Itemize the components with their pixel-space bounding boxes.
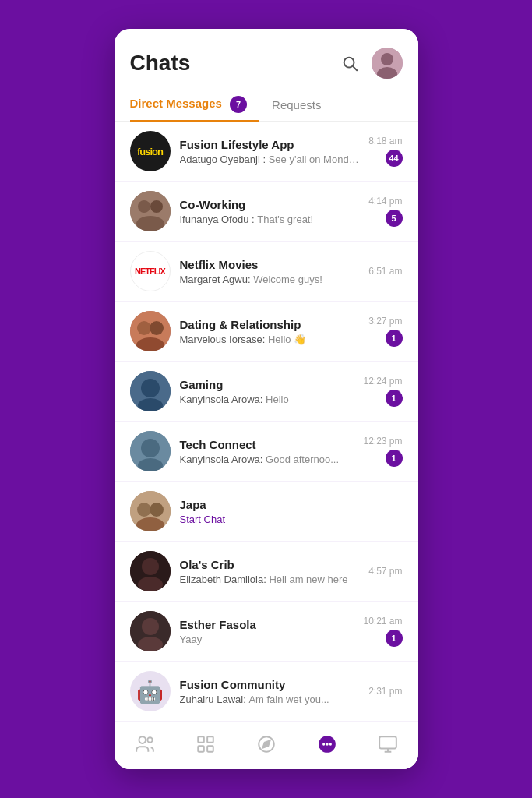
chat-preview: Ifunanya Ofodu : That's great! — [180, 214, 360, 225]
start-chat-link[interactable]: Start Chat — [180, 514, 226, 525]
chat-name: Esther Fasola — [180, 618, 354, 631]
chat-preview: Adatugo Oyebanji : See y'all on Monda... — [180, 154, 360, 165]
page-title: Chats — [130, 51, 191, 76]
chat-name: Dating & Relationship — [180, 318, 360, 331]
chat-meta: 12:24 pm 1 — [363, 376, 402, 407]
svg-point-27 — [142, 618, 159, 635]
svg-rect-34 — [207, 746, 213, 752]
chat-item[interactable]: Tech Connect Kanyinsola Arowa: Good afte… — [115, 422, 418, 482]
chat-preview: Margaret Agwu: Welcome guys! — [180, 274, 360, 285]
chat-avatar: 🤖 — [130, 671, 171, 711]
chat-time: 2:31 pm — [368, 686, 402, 697]
svg-point-29 — [139, 736, 146, 743]
tab-badge: 7 — [230, 96, 247, 113]
header: Chats — [115, 29, 418, 88]
avatar-image — [372, 48, 403, 79]
tab-direct-messages[interactable]: Direct Messages 7 — [130, 88, 260, 121]
chat-avatar — [130, 371, 171, 411]
chat-item[interactable]: Ola's Crib Elizabeth Damilola: Hell am n… — [115, 542, 418, 602]
chat-name: Tech Connect — [180, 438, 354, 451]
search-button[interactable] — [336, 49, 364, 77]
phone-container: Chats Direct Messages — [115, 29, 418, 769]
unread-badge: 1 — [386, 450, 403, 467]
chat-content: Netflix Movies Margaret Agwu: Welcome gu… — [180, 258, 360, 285]
svg-point-30 — [147, 737, 153, 743]
nav-compass[interactable] — [243, 730, 290, 758]
chat-meta: 6:51 am — [368, 266, 402, 277]
svg-point-8 — [136, 216, 164, 231]
svg-point-24 — [142, 558, 159, 575]
chat-meta: 8:18 am 44 — [368, 136, 402, 167]
svg-point-14 — [141, 379, 160, 397]
chat-time: 4:14 pm — [368, 196, 402, 207]
profile-icon — [377, 733, 399, 755]
unread-badge: 44 — [386, 150, 403, 167]
nav-people[interactable] — [122, 730, 168, 758]
chat-meta: 4:57 pm — [368, 566, 402, 577]
chat-time: 8:18 am — [368, 136, 402, 147]
svg-rect-33 — [198, 746, 204, 752]
chat-content: Tech Connect Kanyinsola Arowa: Good afte… — [180, 438, 354, 465]
chat-item[interactable]: fusion Fusion Lifestyle App Adatugo Oyeb… — [115, 122, 418, 182]
chat-content: Ola's Crib Elizabeth Damilola: Hell am n… — [180, 558, 360, 585]
nav-profile[interactable] — [365, 730, 411, 758]
people-icon — [134, 733, 156, 755]
svg-rect-41 — [379, 736, 396, 748]
svg-point-7 — [150, 200, 163, 213]
chat-preview: Marvelous Iorsase: Hello 👋 — [180, 334, 360, 345]
svg-point-38 — [322, 743, 325, 745]
chat-preview: Zuhairu Lawal: Am fain wet you... — [180, 694, 360, 705]
unread-badge: 1 — [386, 330, 403, 347]
nav-discover[interactable] — [182, 730, 229, 758]
header-icons — [336, 48, 403, 79]
discover-icon — [195, 733, 217, 755]
nav-chat[interactable] — [304, 730, 351, 758]
chat-preview: Yaay — [180, 634, 354, 645]
chat-icon — [316, 733, 338, 755]
chat-item[interactable]: Esther Fasola Yaay 10:21 am 1 — [115, 602, 418, 662]
chat-time: 4:57 pm — [368, 566, 402, 577]
svg-point-17 — [141, 439, 160, 457]
chat-item[interactable]: Co-Working Ifunanya Ofodu : That's great… — [115, 182, 418, 242]
unread-badge: 1 — [386, 390, 403, 407]
chat-meta: 3:27 pm 1 — [368, 316, 402, 347]
chat-content: Japa Start Chat — [180, 498, 393, 525]
svg-marker-36 — [262, 740, 270, 747]
chat-time: 10:21 am — [363, 616, 402, 627]
user-avatar[interactable] — [372, 48, 403, 79]
chat-time: 6:51 am — [368, 266, 402, 277]
chat-item[interactable]: Japa Start Chat — [115, 482, 418, 542]
svg-point-20 — [137, 503, 151, 517]
chat-avatar — [130, 191, 171, 231]
svg-rect-31 — [198, 736, 204, 743]
chat-avatar: fusion — [130, 131, 171, 171]
chat-meta: 2:31 pm — [368, 686, 402, 697]
chat-content: Dating & Relationship Marvelous Iorsase:… — [180, 318, 360, 345]
svg-point-10 — [137, 321, 151, 335]
chat-time: 12:24 pm — [363, 376, 402, 387]
chat-content: Fusion Community Zuhairu Lawal: Am fain … — [180, 678, 360, 705]
tab-requests[interactable]: Requests — [272, 90, 333, 119]
chat-item[interactable]: NETFLIX Netflix Movies Margaret Agwu: We… — [115, 242, 418, 302]
tabs-container: Direct Messages 7 Requests — [115, 88, 418, 122]
chat-time: 12:23 pm — [363, 436, 402, 447]
chat-preview: Kanyinsola Arowa: Hello — [180, 394, 354, 405]
chat-item[interactable]: 🤖 Fusion Community Zuhairu Lawal: Am fai… — [115, 662, 418, 722]
compass-icon — [255, 733, 277, 755]
chat-avatar — [130, 311, 171, 351]
chat-item[interactable]: Dating & Relationship Marvelous Iorsase:… — [115, 302, 418, 362]
svg-point-11 — [150, 321, 164, 335]
chat-content: Co-Working Ifunanya Ofodu : That's great… — [180, 198, 360, 225]
unread-badge: 1 — [386, 630, 403, 647]
chat-name: Fusion Lifestyle App — [180, 138, 360, 151]
chat-content: Esther Fasola Yaay — [180, 618, 354, 645]
svg-point-40 — [329, 743, 331, 745]
chat-name: Co-Working — [180, 198, 360, 211]
chat-meta: 4:14 pm 5 — [368, 196, 402, 227]
chat-item[interactable]: Gaming Kanyinsola Arowa: Hello 12:24 pm … — [115, 362, 418, 422]
chat-avatar — [130, 551, 171, 591]
chat-preview: Start Chat — [180, 514, 393, 525]
chat-name: Fusion Community — [180, 678, 360, 691]
chat-avatar: NETFLIX — [130, 251, 171, 291]
svg-point-21 — [150, 503, 164, 517]
